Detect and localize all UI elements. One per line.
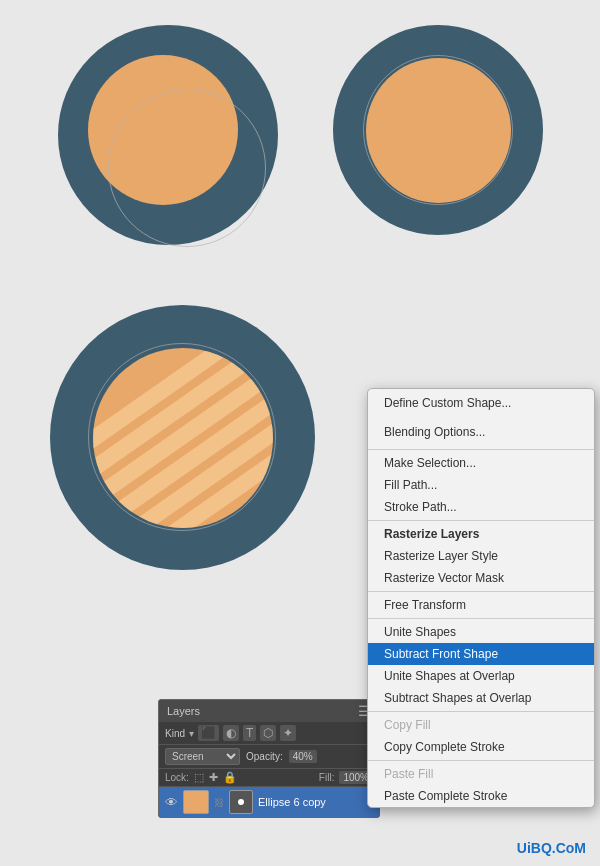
menu-item-fill-path[interactable]: Fill Path... [368,474,594,496]
menu-item-blending-options[interactable]: Blending Options... [368,418,594,447]
menu-item-copy-fill[interactable]: Copy Fill [368,714,594,736]
lock-pixels-icon[interactable]: ⬚ [194,771,204,784]
menu-item-stroke-path[interactable]: Stroke Path... [368,496,594,518]
lock-all-icon[interactable]: 🔒 [223,771,237,784]
layers-blend-opacity: Screen Opacity: 40% [159,745,379,769]
top-right-path-overlay [363,55,513,205]
top-left-circle-container [58,25,278,245]
top-circles-row [0,15,600,255]
bottom-left-path-overlay [88,343,276,531]
menu-item-rasterize-vector-mask[interactable]: Rasterize Vector Mask [368,567,594,589]
layer-chain-icon: ⛓ [214,797,224,808]
lock-position-icon[interactable]: ✚ [209,771,218,784]
separator-5 [368,711,594,712]
separator-1 [368,449,594,450]
menu-item-rasterize-layer-style[interactable]: Rasterize Layer Style [368,545,594,567]
bottom-left-circle-container [50,305,315,570]
top-left-path-overlay [108,89,266,247]
kind-dropdown-icon[interactable]: ▾ [189,728,194,739]
separator-2 [368,520,594,521]
blend-mode-select[interactable]: Screen [165,748,240,765]
kind-label: Kind [165,728,185,739]
opacity-value: 40% [289,750,317,763]
shape-icon[interactable]: ⬡ [260,725,276,741]
layers-panel: Layers ☰ Kind ▾ ⬛ ◐ T ⬡ ✦ Screen Opacity… [158,699,380,818]
layers-header: Layers ☰ [159,700,379,722]
type-icon[interactable]: T [243,725,256,741]
menu-item-paste-complete-stroke[interactable]: Paste Complete Stroke [368,785,594,807]
adjust-icon[interactable]: ◐ [223,725,239,741]
pixel-icon[interactable]: ⬛ [198,725,219,741]
layers-lock-row: Lock: ⬚ ✚ 🔒 Fill: 100% [159,769,379,787]
menu-item-unite-shapes-overlap[interactable]: Unite Shapes at Overlap [368,665,594,687]
context-menu: Define Custom Shape... Blending Options.… [367,388,595,808]
menu-item-subtract-front-shape[interactable]: Subtract Front Shape [368,643,594,665]
layer-mask-dot [238,799,244,805]
layer-thumbnail [183,790,209,814]
menu-item-make-selection[interactable]: Make Selection... [368,452,594,474]
separator-3 [368,591,594,592]
menu-item-unite-shapes[interactable]: Unite Shapes [368,621,594,643]
smart-icon[interactable]: ✦ [280,725,296,741]
fill-label: Fill: [319,772,335,783]
layer-visibility-icon[interactable]: 👁 [165,795,178,810]
menu-item-copy-complete-stroke[interactable]: Copy Complete Stroke [368,736,594,758]
top-right-circle-container [333,25,543,235]
separator-6 [368,760,594,761]
menu-item-paste-fill[interactable]: Paste Fill [368,763,594,785]
layer-name: Ellipse 6 copy [258,796,373,808]
separator-4 [368,618,594,619]
layer-mask-thumb [229,790,253,814]
lock-label: Lock: [165,772,189,783]
menu-item-define-custom-shape[interactable]: Define Custom Shape... [368,389,594,418]
menu-item-subtract-shapes-overlap[interactable]: Subtract Shapes at Overlap [368,687,594,709]
canvas-area: Define Custom Shape... Blending Options.… [0,0,600,866]
layers-title: Layers [167,705,200,717]
layer-row[interactable]: 👁 ⛓ Ellipse 6 copy [159,787,379,817]
menu-item-rasterize-layers[interactable]: Rasterize Layers [368,523,594,545]
menu-item-free-transform[interactable]: Free Transform [368,594,594,616]
layers-kind-toolbar: Kind ▾ ⬛ ◐ T ⬡ ✦ [159,722,379,745]
watermark: UiBQ.CoM [517,840,586,856]
opacity-label: Opacity: [246,751,283,762]
